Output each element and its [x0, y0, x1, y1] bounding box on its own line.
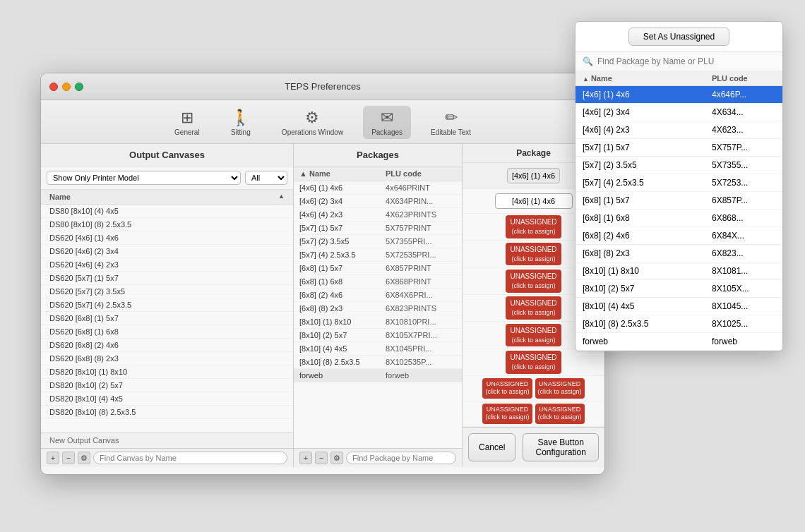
list-item[interactable]: [8x10] (4) 4x5 8X1045...: [576, 298, 782, 315]
list-item[interactable]: [5x7] (2) 3.5x5 5X7355PRI...: [294, 235, 462, 248]
remove-canvas-button[interactable]: −: [62, 452, 75, 464]
pkg-col-name: ▲ Name: [299, 169, 386, 178]
list-item[interactable]: [8x10] (1) 8x10 8X1081...: [576, 262, 782, 280]
list-item[interactable]: DS620 [5x7] (2) 3.5x5: [41, 285, 293, 298]
dropdown-header: Set As Unassigned: [576, 22, 782, 52]
canvas-list[interactable]: DS80 [8x10] (4) 4x5 DS80 [8x10] (8) 2.5x…: [41, 205, 293, 432]
list-item[interactable]: DS820 [8x10] (4) 4x5: [41, 392, 293, 406]
list-item[interactable]: [6x8] (1) 6x8 6X868...: [576, 210, 782, 227]
list-item[interactable]: [6x8] (1) 5x7 6X857P...: [576, 192, 782, 210]
printer-model-filter[interactable]: Show Only Printer Model: [47, 171, 241, 185]
traffic-lights: [49, 83, 83, 91]
list-item[interactable]: DS620 [4x6] (1) 4x6: [41, 231, 293, 245]
list-item[interactable]: [4x6] (1) 4x6 4x646P...: [576, 86, 782, 104]
list-item[interactable]: [5x7] (1) 5x7 5X757PRINT: [294, 222, 462, 235]
package-search-input[interactable]: [346, 452, 456, 464]
remove-package-button[interactable]: −: [315, 452, 328, 464]
toolbar-item-sitting[interactable]: 🚶 Sitting: [220, 106, 262, 139]
unassigned-button-2[interactable]: UNASSIGNED(click to assign): [506, 215, 561, 238]
new-canvas-label: New Output Canvas: [41, 432, 293, 448]
list-item[interactable]: [4x6] (2) 3x4 4X634...: [576, 104, 782, 121]
add-canvas-button[interactable]: +: [47, 452, 59, 464]
list-item[interactable]: [4x6] (1) 4x6 4x646PRINT: [294, 181, 462, 195]
list-item[interactable]: [8x10] (4) 4x5 8X1045PRI...: [294, 342, 462, 356]
assignment-row: UNASSIGNED(click to assign) UNASSIGNED(c…: [463, 376, 604, 401]
unassigned-button-6[interactable]: UNASSIGNED(click to assign): [506, 324, 561, 347]
list-item[interactable]: DS620 [6x8] (2) 4x6: [41, 339, 293, 352]
list-item[interactable]: DS620 [5x7] (4) 2.5x3.5: [41, 298, 293, 312]
list-item[interactable]: [6x8] (2) 4x6 6X84X...: [576, 227, 782, 245]
list-item[interactable]: [5x7] (4) 2.5x3.5 5X7253...: [576, 174, 782, 192]
list-item[interactable]: DS620 [6x8] (1) 5x7: [41, 312, 293, 325]
unassigned-button-7[interactable]: UNASSIGNED(click to assign): [506, 351, 561, 374]
list-item[interactable]: DS80 [8x10] (4) 4x5: [41, 205, 293, 218]
list-item[interactable]: [8x10] (2) 5x7 8X105X7PRI...: [294, 329, 462, 342]
toolbar-item-operations[interactable]: ⚙ Operations Window: [273, 106, 352, 139]
list-item[interactable]: DS820 [8x10] (1) 8x10: [41, 365, 293, 379]
pkg-col-plu: PLU code: [386, 169, 456, 178]
dropdown-list[interactable]: [4x6] (1) 4x6 4x646P... [4x6] (2) 3x4 4X…: [576, 86, 782, 351]
list-item[interactable]: DS820 [8x10] (2) 5x7: [41, 379, 293, 392]
list-item[interactable]: [8x10] (2) 5x7 8X105X...: [576, 280, 782, 298]
list-item[interactable]: [4x6] (4) 2x3 4X623PRINTS: [294, 208, 462, 222]
list-item[interactable]: DS820 [8x10] (8) 2.5x3.5: [41, 406, 293, 419]
list-item[interactable]: DS80 [8x10] (8) 2.5x3.5: [41, 218, 293, 231]
settings-canvas-button[interactable]: ⚙: [78, 452, 90, 464]
list-item[interactable]: [8x10] (8) 2.5x3.5 8X1025...: [576, 315, 782, 333]
list-item[interactable]: [5x7] (1) 5x7 5X757P...: [576, 139, 782, 157]
canvas-list-header: Name ▲: [41, 190, 293, 205]
dp-col-plu-header: PLU code: [712, 74, 775, 83]
list-item[interactable]: [6x8] (8) 2x3 6X823...: [576, 245, 782, 262]
pkg-toolbar: + − ⚙: [294, 448, 462, 467]
assignment-row: UNASSIGNED(click to assign): [463, 349, 604, 376]
list-item[interactable]: [6x8] (1) 6x8 6X868PRINT: [294, 275, 462, 289]
unassigned-button-8a[interactable]: UNASSIGNED(click to assign): [482, 378, 532, 399]
unassigned-button-3[interactable]: UNASSIGNED(click to assign): [506, 243, 561, 266]
list-item[interactable]: [5x7] (2) 3.5x5 5X7355...: [576, 157, 782, 174]
unassigned-button-8b[interactable]: UNASSIGNED(click to assign): [535, 378, 585, 399]
set-as-unassigned-button[interactable]: Set As Unassigned: [628, 28, 729, 46]
all-filter[interactable]: All: [245, 171, 287, 185]
list-item[interactable]: DS620 [6x8] (8) 2x3: [41, 352, 293, 365]
list-item[interactable]: forweb forweb: [576, 333, 782, 351]
filter-row: Show Only Printer Model All: [41, 167, 293, 190]
unassigned-button-9a[interactable]: UNASSIGNED(click to assign): [482, 404, 532, 424]
toolbar-item-general[interactable]: ⊞ General: [166, 106, 208, 139]
list-item[interactable]: forweb forweb: [294, 369, 462, 382]
list-item[interactable]: DS620 [6x8] (1) 6x8: [41, 325, 293, 339]
editable-text-icon: ✏: [445, 109, 458, 127]
list-item[interactable]: [6x8] (1) 5x7 6X857PRINT: [294, 262, 462, 275]
list-item[interactable]: DS620 [4x6] (2) 3x4: [41, 245, 293, 258]
dropdown-list-header: ▲Name PLU code: [576, 71, 782, 86]
toolbar-item-packages[interactable]: ✉ Packages: [363, 106, 411, 139]
list-item[interactable]: [4x6] (4) 2x3 4X623...: [576, 121, 782, 139]
close-button[interactable]: [49, 83, 58, 91]
toolbar-item-editable-text[interactable]: ✏ Editable Text: [422, 106, 479, 139]
list-item[interactable]: DS620 [5x7] (1) 5x7: [41, 272, 293, 285]
sitting-icon: 🚶: [231, 109, 250, 127]
list-item[interactable]: [8x10] (8) 2.5x3.5 8X102535P...: [294, 356, 462, 369]
assign-button-1[interactable]: [4x6] (1) 4x6: [495, 193, 573, 209]
list-item[interactable]: [5x7] (4) 2.5x3.5 5X72535PRI...: [294, 248, 462, 262]
save-button[interactable]: Save Button Configuration: [523, 433, 599, 461]
minimize-button[interactable]: [62, 83, 71, 91]
canvas-search-input[interactable]: [93, 452, 287, 464]
toolbar-label-packages: Packages: [371, 128, 402, 136]
list-item[interactable]: [8x10] (1) 8x10 8X10810PRI...: [294, 315, 462, 329]
add-package-button[interactable]: +: [299, 452, 312, 464]
dropdown-search-input[interactable]: [597, 56, 775, 66]
unassigned-button-4[interactable]: UNASSIGNED(click to assign): [506, 270, 561, 293]
unassigned-button-9b[interactable]: UNASSIGNED(click to assign): [535, 404, 585, 424]
package-list[interactable]: [4x6] (1) 4x6 4x646PRINT [4x6] (2) 3x4 4…: [294, 181, 462, 448]
maximize-button[interactable]: [75, 83, 83, 91]
list-item[interactable]: [6x8] (8) 2x3 6X823PRINTS: [294, 302, 462, 315]
list-item[interactable]: [6x8] (2) 4x6 6X84X6PRI...: [294, 289, 462, 302]
list-item[interactable]: DS620 [4x6] (4) 2x3: [41, 258, 293, 272]
settings-package-button[interactable]: ⚙: [330, 452, 343, 464]
window-title: TEPS Preferences: [285, 81, 361, 92]
unassigned-button-5[interactable]: UNASSIGNED(click to assign): [506, 296, 561, 320]
bottom-buttons: Cancel Save Button Configuration: [463, 427, 604, 467]
list-item[interactable]: [4x6] (2) 3x4 4X634PRIN...: [294, 195, 462, 208]
cancel-button[interactable]: Cancel: [468, 433, 515, 461]
operations-icon: ⚙: [305, 109, 319, 127]
